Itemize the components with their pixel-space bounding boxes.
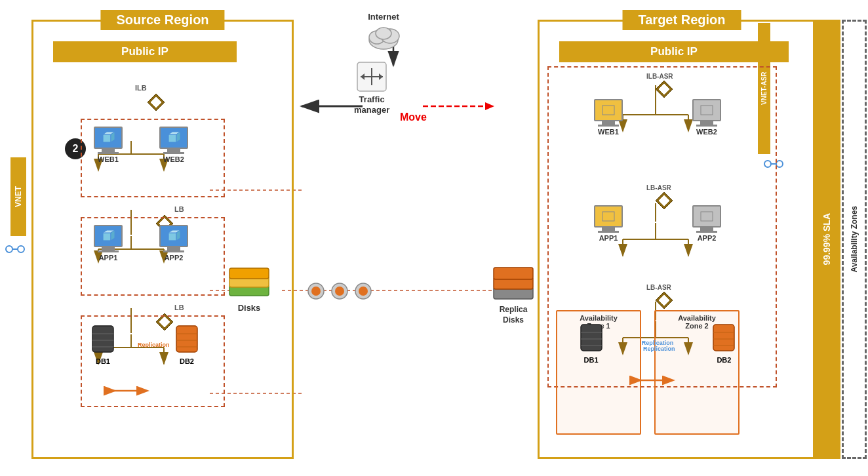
traffic-manager-icon <box>354 59 389 94</box>
svg-point-75 <box>311 287 321 296</box>
svg-point-83 <box>376 28 391 39</box>
target-app1-label: APP1 <box>599 234 618 242</box>
diagram: Source Region Public IP ILB 2 W <box>0 0 868 476</box>
db2-icon <box>174 323 200 356</box>
target-web1: WEB1 <box>594 99 623 136</box>
source-web2: WEB2 <box>159 127 188 163</box>
target-db2: DB2 <box>711 322 737 364</box>
target-web2: WEB2 <box>692 99 721 136</box>
target-replication-label: Replication <box>642 322 674 364</box>
move-label: Move <box>400 111 427 123</box>
monitor-icon3 <box>601 210 616 222</box>
svg-rect-55 <box>168 233 176 241</box>
source-db-group: DB1 Replication DB2 <box>81 315 225 407</box>
target-web1-label: WEB1 <box>598 128 619 136</box>
cube-icon <box>101 130 115 145</box>
target-db-group: DB1 Replication DB2 <box>559 322 756 364</box>
svg-rect-52 <box>103 233 111 241</box>
svg-rect-60 <box>92 326 113 352</box>
availability-zones-panel: Availability Zones <box>842 20 867 459</box>
target-app2-label: APP2 <box>698 234 717 242</box>
sla-panel: 99.99% SLA <box>813 20 840 459</box>
source-web2-label: WEB2 <box>163 155 184 163</box>
svg-marker-3 <box>485 102 494 110</box>
svg-point-79 <box>359 287 368 296</box>
target-db1: DB1 <box>578 322 604 364</box>
target-public-ip-label: Public IP <box>650 45 698 58</box>
svg-point-91 <box>776 161 783 167</box>
target-public-ip-box: Public IP <box>559 41 789 62</box>
svg-rect-44 <box>103 134 111 142</box>
target-db2-label: DB2 <box>717 356 731 364</box>
source-app2-label: APP2 <box>165 254 184 262</box>
replica-disks: ReplicaDisks <box>490 262 536 325</box>
svg-point-77 <box>335 287 344 296</box>
target-db2-icon <box>711 322 737 355</box>
replica-disks-icon <box>490 262 536 305</box>
lb2-label: LB <box>174 304 184 311</box>
svg-rect-103 <box>581 325 602 351</box>
source-region-label: Source Region <box>100 10 224 30</box>
replication-chain <box>307 282 372 300</box>
lb-asr2-diamond-icon <box>654 290 674 310</box>
vnet-connector-icon <box>5 241 25 260</box>
source-db1-label: DB1 <box>96 357 110 365</box>
vnet-label: VNET <box>10 157 26 236</box>
svg-point-69 <box>18 246 24 252</box>
svg-rect-47 <box>168 134 176 142</box>
rep-icon1 <box>307 282 325 300</box>
sla-label: 99.99% SLA <box>821 213 832 265</box>
cloud-icon <box>364 22 403 51</box>
source-replication-label: Replication <box>138 342 170 348</box>
monitor-icon2 <box>700 104 714 116</box>
source-app-group: APP1 APP2 <box>81 217 225 296</box>
lb1-label: LB <box>174 205 184 213</box>
svg-rect-95 <box>602 106 614 115</box>
target-region: Target Region VNET-ASR Public IP ILB-ASR <box>538 20 826 459</box>
svg-rect-107 <box>713 325 734 351</box>
cube-icon3 <box>167 229 181 243</box>
source-web1: WEB1 <box>94 127 123 163</box>
disks-label: Disks <box>238 303 261 313</box>
internet-label: Internet <box>368 12 399 22</box>
source-app1-label: APP1 <box>99 254 118 262</box>
internet-section: Internet <box>364 12 403 51</box>
target-app-group: APP1 APP2 <box>559 205 756 242</box>
replica-disks-label: ReplicaDisks <box>500 305 528 325</box>
target-db1-label: DB1 <box>584 356 599 364</box>
source-app1: APP1 <box>94 225 123 262</box>
traffic-manager-label: Trafficmanager <box>354 94 389 115</box>
source-db2-label: DB2 <box>180 357 194 365</box>
monitor-icon4 <box>700 210 714 222</box>
target-web2-label: WEB2 <box>696 128 717 136</box>
source-region: Source Region Public IP ILB 2 W <box>31 20 294 459</box>
source-db2: DB2 <box>174 323 200 365</box>
target-web-group: WEB1 WEB2 <box>559 99 756 136</box>
svg-rect-64 <box>176 326 197 352</box>
ilb-diamond-icon <box>146 92 166 112</box>
availability-zones-label: Availability Zones <box>850 206 859 273</box>
traffic-manager-section: Trafficmanager <box>354 59 389 115</box>
target-db1-icon <box>578 322 604 355</box>
rep-icon2 <box>330 282 349 300</box>
source-db1: DB1 <box>90 323 116 365</box>
target-app1: APP1 <box>594 205 623 242</box>
target-app2: APP2 <box>692 205 721 242</box>
source-web-group: WEB1 WEB2 <box>81 119 225 197</box>
cube-icon2 <box>101 229 115 243</box>
svg-rect-113 <box>494 268 533 279</box>
source-app2: APP2 <box>159 225 188 262</box>
rep-icon3 <box>354 282 372 300</box>
target-region-label: Target Region <box>623 10 741 30</box>
source-web1-label: WEB1 <box>98 155 119 163</box>
svg-rect-100 <box>701 212 713 221</box>
db1-icon <box>90 323 116 356</box>
svg-rect-96 <box>701 106 713 115</box>
svg-rect-73 <box>229 268 269 279</box>
monitor-icon <box>601 104 616 116</box>
target-replication-text: Replication <box>643 346 675 352</box>
source-disks: Disks <box>226 262 272 313</box>
source-public-ip-box: Public IP <box>53 41 237 62</box>
svg-rect-99 <box>602 212 614 221</box>
ilb-label: ILB <box>135 84 147 92</box>
